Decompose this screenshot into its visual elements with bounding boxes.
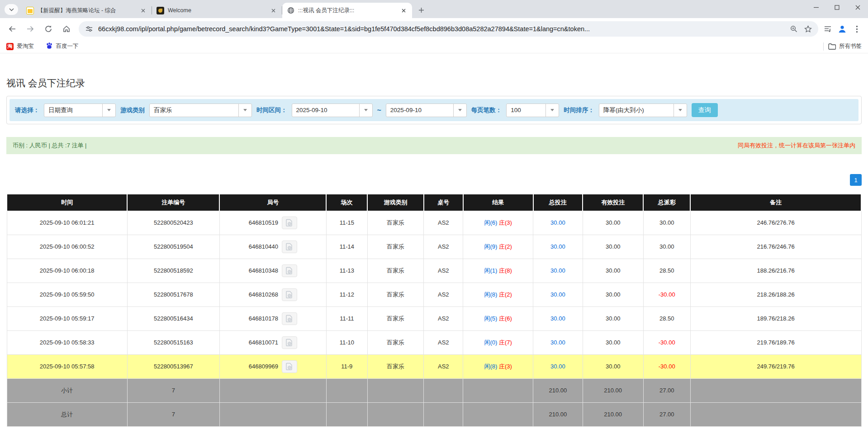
forum-favicon-icon xyxy=(26,7,34,14)
reload-button[interactable] xyxy=(41,21,56,37)
close-window-button[interactable] xyxy=(847,0,868,14)
video-replay-button[interactable] xyxy=(282,312,297,325)
bookmark-star-icon[interactable] xyxy=(803,24,813,34)
browser-toolbar: 66cxkj98.com/ipl/portal.php/game/betreco… xyxy=(0,18,868,40)
tab-close-icon[interactable] xyxy=(399,6,408,14)
tab-close-icon[interactable] xyxy=(139,6,147,14)
bookmark-baidu[interactable]: 百度一下 xyxy=(46,42,79,51)
cell-game-type: 百家乐 xyxy=(367,283,424,306)
total-count: 7 xyxy=(127,402,219,426)
chevron-down-icon[interactable] xyxy=(545,104,559,117)
video-file-icon xyxy=(285,267,293,274)
chevron-down-icon[interactable] xyxy=(359,104,372,117)
profile-avatar-icon[interactable] xyxy=(837,24,847,34)
bookmark-label: 百度一下 xyxy=(56,42,79,50)
cell-table-no: AS2 xyxy=(424,330,463,354)
minimize-button[interactable] xyxy=(806,0,826,14)
total-row: 总计 7 210.00 210.00 27.00 xyxy=(7,402,861,426)
query-type-select[interactable]: 日期查询 xyxy=(44,104,116,117)
page-1-button[interactable]: 1 xyxy=(850,174,862,186)
tabs-container: 【新提醒】海燕策略论坛 - 综合 Welcome :::视讯 会员下注纪录::: xyxy=(22,0,412,18)
subtotal-count: 7 xyxy=(127,378,219,402)
tab-bet-records-active[interactable]: :::视讯 会员下注纪录::: xyxy=(282,3,412,18)
cell-total-bet: 30.00 xyxy=(533,235,583,259)
video-replay-button[interactable] xyxy=(282,240,297,253)
video-file-icon xyxy=(285,339,293,346)
cell-time: 2025-09-10 06:00:52 xyxy=(7,235,127,259)
chevron-down-icon[interactable] xyxy=(674,104,687,117)
video-file-icon xyxy=(285,219,293,226)
cell-session: 11-15 xyxy=(326,211,367,235)
cell-session: 11-9 xyxy=(326,354,367,378)
address-bar[interactable]: 66cxkj98.com/ipl/portal.php/game/betreco… xyxy=(79,21,818,37)
video-replay-button[interactable] xyxy=(282,336,297,349)
site-settings-icon[interactable] xyxy=(84,24,94,34)
chevron-down-icon[interactable] xyxy=(238,104,251,117)
header-round: 局号 xyxy=(219,194,326,211)
total-payout: 27.00 xyxy=(643,402,690,426)
menu-dots-icon[interactable] xyxy=(852,24,862,34)
info-bar: 币别 : 人民币 | 总共 :7 注单 | 同局有效投注，统一计算在该局第一张注… xyxy=(6,137,862,154)
total-bet-link[interactable]: 30.00 xyxy=(550,291,565,298)
new-tab-button[interactable] xyxy=(415,4,427,16)
date-to-select[interactable]: 2025-09-10 xyxy=(386,104,467,117)
table-row: 2025-09-10 05:57:58 522800513967 6468099… xyxy=(7,354,861,378)
video-file-icon xyxy=(285,291,293,298)
table-row: 2025-09-10 06:00:18 522800518592 6468103… xyxy=(7,259,861,283)
cell-round: 646810440 xyxy=(219,235,326,259)
cell-time: 2025-09-10 05:57:58 xyxy=(7,354,127,378)
cell-game-type: 百家乐 xyxy=(367,330,424,354)
cell-total-bet: 30.00 xyxy=(533,354,583,378)
total-bet-link[interactable]: 30.00 xyxy=(550,267,565,274)
cell-result: 闲(1) 庄(8) xyxy=(463,259,533,283)
bookmark-taobao[interactable]: 淘 爱淘宝 xyxy=(6,42,34,50)
cell-result: 闲(0) 庄(7) xyxy=(463,330,533,354)
chevron-down-icon[interactable] xyxy=(453,104,466,117)
total-bet-link[interactable]: 30.00 xyxy=(550,315,565,322)
tab-welcome[interactable]: Welcome xyxy=(152,3,282,18)
table-row: 2025-09-10 05:59:50 522800517678 6468102… xyxy=(7,283,861,306)
search-button[interactable]: 查询 xyxy=(692,103,718,117)
video-replay-button[interactable] xyxy=(282,217,297,229)
video-replay-button[interactable] xyxy=(282,288,297,301)
header-valid-bet: 有效投注 xyxy=(583,194,643,211)
date-from-select[interactable]: 2025-09-10 xyxy=(292,104,373,117)
date-from-value: 2025-09-10 xyxy=(292,104,359,117)
video-replay-button[interactable] xyxy=(282,360,297,373)
total-bet-link[interactable]: 30.00 xyxy=(550,243,565,250)
maximize-button[interactable] xyxy=(826,0,847,14)
cell-total-bet: 30.00 xyxy=(533,211,583,235)
video-replay-button[interactable] xyxy=(282,264,297,277)
header-game-type: 游戏类别 xyxy=(367,194,424,211)
filter-bar: 请选择： 日期查询 游戏类别 百家乐 时间区间： 2025-09-10 ~ 20 xyxy=(9,99,859,121)
total-bet-link[interactable]: 30.00 xyxy=(550,219,565,226)
back-button[interactable] xyxy=(5,21,20,37)
tab-forum[interactable]: 【新提醒】海燕策略论坛 - 综合 xyxy=(22,3,152,18)
total-bet-link[interactable]: 30.00 xyxy=(550,339,565,346)
game-type-select[interactable]: 百家乐 xyxy=(149,104,252,117)
cell-game-type: 百家乐 xyxy=(367,235,424,259)
url-text[interactable]: 66cxkj98.com/ipl/portal.php/game/betreco… xyxy=(98,25,785,33)
range-tilde: ~ xyxy=(377,106,381,114)
filter-panel: 请选择： 日期查询 游戏类别 百家乐 时间区间： 2025-09-10 ~ 20 xyxy=(6,96,862,124)
tab-search-button[interactable] xyxy=(5,4,18,15)
cell-bet-id: 522800517678 xyxy=(127,283,219,306)
all-bookmarks-button[interactable]: 所有书签 xyxy=(828,42,862,50)
tab-close-icon[interactable] xyxy=(269,6,277,14)
subtotal-valid-bet: 210.00 xyxy=(583,378,643,402)
media-controls-icon[interactable] xyxy=(823,24,833,34)
video-file-icon xyxy=(285,243,293,250)
total-bet-link[interactable]: 30.00 xyxy=(550,363,565,370)
forward-button[interactable] xyxy=(23,21,38,37)
cell-valid-bet: 30.00 xyxy=(583,306,643,330)
header-table-no: 桌号 xyxy=(424,194,463,211)
sort-select[interactable]: 降幂(由大到小) xyxy=(599,104,687,117)
chevron-down-icon[interactable] xyxy=(102,104,115,117)
home-button[interactable] xyxy=(59,21,74,37)
cell-payout: 28.50 xyxy=(643,306,690,330)
cell-round: 646809969 xyxy=(219,354,326,378)
zoom-icon[interactable] xyxy=(789,24,799,34)
table-row: 2025-09-10 05:58:33 522800515163 6468100… xyxy=(7,330,861,354)
cell-payout: 30.00 xyxy=(643,211,690,235)
page-size-select[interactable]: 100 xyxy=(506,104,559,117)
